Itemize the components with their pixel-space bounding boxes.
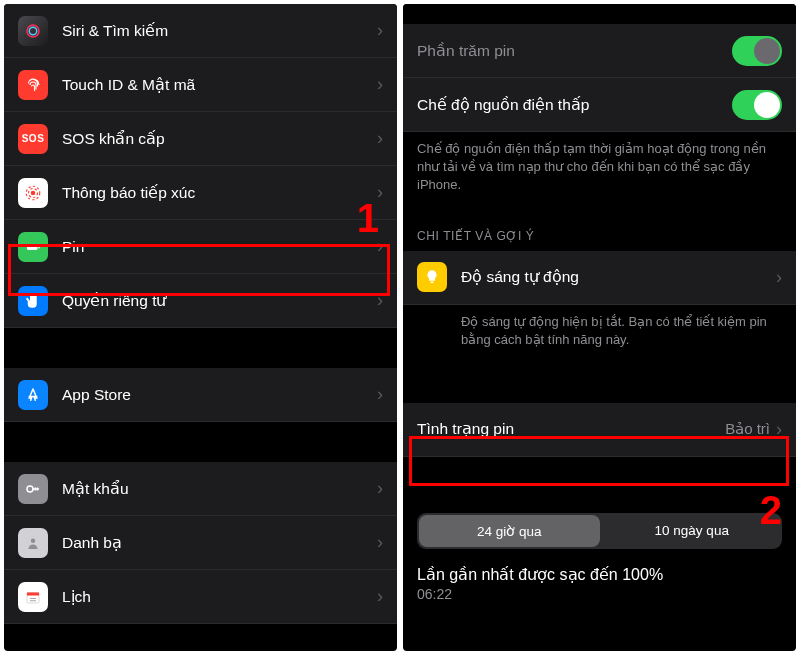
chevron-right-icon: › xyxy=(776,267,782,288)
svg-rect-5 xyxy=(27,244,38,250)
svg-point-2 xyxy=(31,190,36,195)
row-label: Chế độ nguồn điện thấp xyxy=(417,96,732,114)
last-charge-label: Lần gần nhất được sạc đến 100% xyxy=(403,559,796,584)
row-label: Touch ID & Mật mã xyxy=(62,76,377,94)
row-label: Siri & Tìm kiếm xyxy=(62,22,377,40)
svg-point-7 xyxy=(27,486,33,492)
row-battery-health[interactable]: Tình trạng pin Bảo trì › xyxy=(403,403,796,457)
row-label: Lịch xyxy=(62,588,377,606)
screen-battery-settings: Phần trăm pin Chế độ nguồn điện thấp Chế… xyxy=(403,4,796,651)
svg-rect-13 xyxy=(431,282,434,284)
section-gap xyxy=(4,328,397,368)
key-icon xyxy=(18,474,48,504)
sos-icon: SOS xyxy=(18,124,48,154)
section-gap xyxy=(403,457,796,497)
row-calendar[interactable]: Lịch › xyxy=(4,570,397,624)
row-privacy[interactable]: Quyền riêng tư › xyxy=(4,274,397,328)
segment-10d[interactable]: 10 ngày qua xyxy=(602,513,783,549)
chevron-right-icon: › xyxy=(377,290,383,311)
row-label: SOS khẩn cấp xyxy=(62,130,377,148)
row-label: Pin xyxy=(62,238,377,256)
lightbulb-icon xyxy=(417,262,447,292)
top-gap xyxy=(403,4,796,24)
row-passwords[interactable]: Mật khẩu › xyxy=(4,462,397,516)
siri-icon xyxy=(18,16,48,46)
app-store-icon xyxy=(18,380,48,410)
chevron-right-icon: › xyxy=(377,74,383,95)
section-header-suggestions: CHI TIẾT VÀ GỢI Ý xyxy=(403,209,796,251)
row-contacts[interactable]: Danh bạ › xyxy=(4,516,397,570)
low-power-description: Chế độ nguồn điện thấp tạm thời giảm hoạ… xyxy=(403,132,796,209)
contacts-icon xyxy=(18,528,48,558)
screen-settings-list: Siri & Tìm kiếm › Touch ID & Mật mã › SO… xyxy=(4,4,397,651)
toggle-low-power-mode[interactable] xyxy=(732,90,782,120)
chevron-right-icon: › xyxy=(377,20,383,41)
battery-health-detail: Bảo trì xyxy=(725,420,770,438)
segment-24h[interactable]: 24 giờ qua xyxy=(419,515,600,547)
row-low-power-mode[interactable]: Chế độ nguồn điện thấp xyxy=(403,78,796,132)
auto-brightness-description: Độ sáng tự động hiện bị tắt. Bạn có thể … xyxy=(403,305,796,363)
chevron-right-icon: › xyxy=(377,586,383,607)
section-gap xyxy=(403,363,796,403)
chevron-right-icon: › xyxy=(377,532,383,553)
chevron-right-icon: › xyxy=(377,236,383,257)
time-range-segmented-control[interactable]: 24 giờ qua 10 ngày qua xyxy=(417,513,782,549)
row-label: Phần trăm pin xyxy=(417,42,732,60)
toggle-battery-percentage[interactable] xyxy=(732,36,782,66)
battery-icon xyxy=(18,232,48,262)
svg-point-8 xyxy=(31,538,36,543)
chevron-right-icon: › xyxy=(377,478,383,499)
chevron-right-icon: › xyxy=(377,182,383,203)
row-emergency-sos[interactable]: SOS SOS khẩn cấp › xyxy=(4,112,397,166)
fingerprint-icon xyxy=(18,70,48,100)
svg-rect-10 xyxy=(27,592,39,595)
chevron-right-icon: › xyxy=(377,128,383,149)
exposure-icon xyxy=(18,178,48,208)
row-battery-percentage[interactable]: Phần trăm pin xyxy=(403,24,796,78)
row-app-store[interactable]: App Store › xyxy=(4,368,397,422)
row-label: Tình trạng pin xyxy=(417,420,725,438)
chevron-right-icon: › xyxy=(377,384,383,405)
chevron-right-icon: › xyxy=(776,419,782,440)
calendar-icon xyxy=(18,582,48,612)
svg-rect-6 xyxy=(38,245,40,248)
settings-list: Siri & Tìm kiếm › Touch ID & Mật mã › SO… xyxy=(4,4,397,624)
row-label: Quyền riêng tư xyxy=(62,292,377,310)
row-battery[interactable]: Pin › xyxy=(4,220,397,274)
svg-point-1 xyxy=(29,27,37,35)
row-label: Danh bạ xyxy=(62,534,377,552)
row-label: Thông báo tiếp xúc xyxy=(62,184,377,202)
last-charge-time: 06:22 xyxy=(403,584,796,610)
row-label: Độ sáng tự động xyxy=(461,268,776,286)
row-touch-id[interactable]: Touch ID & Mật mã › xyxy=(4,58,397,112)
row-label: Mật khẩu xyxy=(62,480,377,498)
hand-icon xyxy=(18,286,48,316)
row-exposure-notification[interactable]: Thông báo tiếp xúc › xyxy=(4,166,397,220)
section-gap xyxy=(4,422,397,462)
row-auto-brightness[interactable]: Độ sáng tự động › xyxy=(403,251,796,305)
row-label: App Store xyxy=(62,386,377,404)
row-siri-search[interactable]: Siri & Tìm kiếm › xyxy=(4,4,397,58)
